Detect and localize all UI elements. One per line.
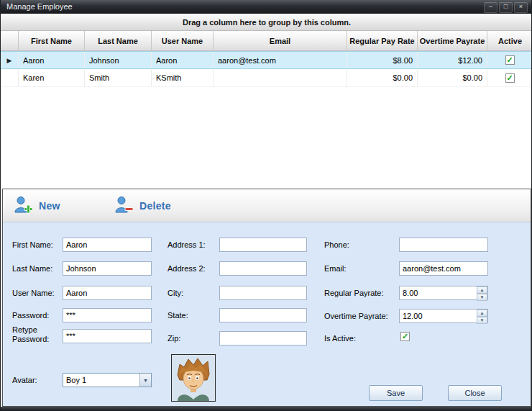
row-indicator-cell: ▶: [1, 52, 19, 68]
zip-label: Zip:: [168, 334, 180, 343]
user-name-label: User Name:: [12, 289, 55, 297]
toolbar: [3, 189, 531, 222]
save-button[interactable]: Save: [369, 385, 423, 401]
spin-down-icon[interactable]: ▼: [477, 317, 487, 324]
check-icon: ✓: [506, 55, 513, 65]
password-input[interactable]: [63, 308, 152, 322]
email-label: Email:: [324, 264, 347, 273]
address1-label: Address 1:: [168, 240, 206, 249]
column-header-first-name[interactable]: First Name: [19, 31, 85, 50]
column-header-email[interactable]: Email: [214, 31, 347, 50]
row-active-checkbox[interactable]: ✓: [505, 73, 515, 83]
row-selected-arrow-icon: ▶: [7, 57, 12, 64]
column-header-overtime-payrate[interactable]: Overtime Payrate: [418, 31, 487, 50]
delete-user-icon: [114, 195, 133, 217]
state-label: State:: [168, 311, 188, 320]
retype-password-input[interactable]: [63, 329, 152, 343]
window-controls: – □ ×: [484, 2, 528, 13]
minimize-button[interactable]: –: [484, 2, 497, 13]
city-input[interactable]: [219, 286, 307, 300]
row-active-checkbox[interactable]: ✓: [505, 55, 515, 65]
window-bottom-border: [1, 407, 531, 411]
regular-payrate-stepper: ▲ ▼: [399, 286, 488, 300]
regular-payrate-input[interactable]: [399, 286, 488, 300]
cell-user-name: Aaron: [152, 52, 214, 68]
cell-last-name: Smith: [85, 69, 152, 86]
group-by-area[interactable]: Drag a column here to group by this colu…: [1, 14, 532, 31]
delete-button[interactable]: Delete: [114, 194, 171, 217]
column-header-last-name[interactable]: Last Name: [85, 31, 152, 50]
overtime-payrate-label: Overtime Payrate:: [324, 312, 388, 320]
cell-overtime-payrate: $0.00: [418, 69, 487, 86]
titlebar: Manage Employee – □ ×: [1, 0, 531, 14]
overtime-payrate-stepper: ▲ ▼: [399, 309, 488, 323]
overtime-payrate-input[interactable]: [399, 309, 488, 323]
window-title: Manage Employee: [6, 0, 73, 14]
password-label: Password:: [12, 311, 49, 320]
table-row-karen[interactable]: Karen Smith KSmith $0.00 $0.00 ✓: [1, 69, 532, 87]
delete-button-label: Delete: [139, 200, 171, 212]
check-icon: ✓: [506, 73, 513, 83]
cell-first-name: Aaron: [19, 52, 85, 68]
regular-payrate-spin-buttons: ▲ ▼: [477, 286, 487, 299]
first-name-label: First Name:: [12, 240, 53, 249]
row-indicator-header: [1, 31, 19, 50]
cell-regular-pay-rate: $0.00: [347, 69, 418, 86]
phone-label: Phone:: [324, 240, 349, 249]
city-label: City:: [168, 289, 183, 297]
avatar-select[interactable]: Boy 1 ▼: [63, 373, 152, 387]
column-header-active[interactable]: Active: [487, 31, 532, 50]
address1-input[interactable]: [219, 238, 307, 252]
zip-input[interactable]: [219, 331, 307, 345]
new-button[interactable]: New: [14, 194, 60, 217]
first-name-input[interactable]: [63, 238, 152, 252]
retype-password-label: Retype Password:: [12, 325, 52, 344]
new-button-label: New: [39, 200, 60, 212]
avatar-selected-value: Boy 1: [63, 376, 139, 384]
address2-input[interactable]: [219, 261, 307, 276]
cell-active: ✓: [487, 52, 532, 68]
cell-overtime-payrate: $12.00: [418, 52, 487, 68]
column-header-user-name[interactable]: User Name: [152, 31, 214, 50]
table-row-aaron[interactable]: ▶ Aaron Johnson Aaron aaron@test.com $8.…: [1, 51, 532, 69]
close-button[interactable]: Close: [448, 385, 502, 401]
is-active-checkbox[interactable]: ✓: [400, 332, 410, 341]
cell-regular-pay-rate: $8.00: [347, 52, 418, 68]
column-header-regular-pay-rate[interactable]: Regular Pay Rate: [347, 31, 418, 50]
email-input[interactable]: [399, 261, 488, 276]
chevron-down-icon[interactable]: ▼: [139, 374, 151, 387]
row-indicator-cell: [1, 69, 19, 86]
last-name-label: Last Name:: [12, 264, 52, 273]
manage-employee-window: Manage Employee – □ × Drag a column here…: [0, 0, 532, 411]
cell-email: aaron@test.com: [214, 52, 347, 68]
spin-down-icon[interactable]: ▼: [477, 294, 487, 301]
grid-column-headers: First Name Last Name User Name Email Reg…: [1, 31, 532, 51]
state-input[interactable]: [219, 308, 307, 322]
cell-last-name: Johnson: [85, 52, 152, 68]
cell-first-name: Karen: [19, 69, 85, 86]
overtime-payrate-spin-buttons: ▲ ▼: [477, 310, 487, 322]
spin-up-icon[interactable]: ▲: [477, 286, 487, 294]
avatar-label: Avatar:: [12, 376, 37, 384]
last-name-input[interactable]: [63, 261, 152, 276]
new-user-icon: [14, 195, 32, 217]
cell-email: [214, 69, 347, 86]
avatar-image: [171, 354, 216, 402]
phone-input[interactable]: [399, 238, 488, 252]
spin-up-icon[interactable]: ▲: [477, 310, 487, 317]
cell-user-name: KSmith: [152, 69, 214, 86]
check-icon: ✓: [402, 332, 408, 341]
maximize-button[interactable]: □: [499, 2, 513, 13]
is-active-label: Is Active:: [324, 334, 356, 343]
user-name-input[interactable]: [63, 286, 152, 300]
window-close-button[interactable]: ×: [514, 2, 528, 13]
address2-label: Address 2:: [168, 264, 206, 273]
regular-payrate-label: Regular Payrate:: [324, 289, 384, 297]
cell-active: ✓: [487, 69, 532, 86]
